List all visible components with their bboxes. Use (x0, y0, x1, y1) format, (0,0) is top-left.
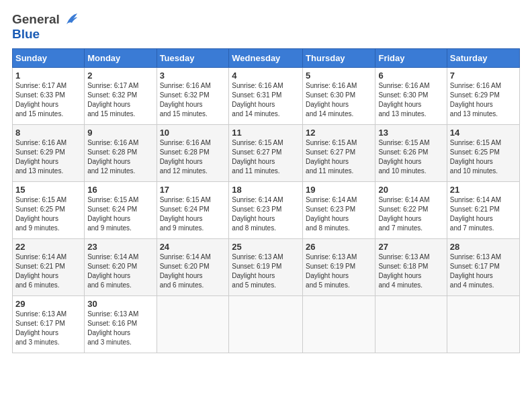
day-info: Sunrise: 6:14 AM Sunset: 6:23 PM Dayligh… (232, 195, 300, 233)
day-number: 10 (160, 128, 226, 138)
calendar-week-row: 15 Sunrise: 6:15 AM Sunset: 6:25 PM Dayl… (13, 182, 520, 239)
header-saturday: Saturday (447, 49, 519, 68)
header-thursday: Thursday (303, 49, 375, 68)
table-row: 2 Sunrise: 6:17 AM Sunset: 6:32 PM Dayli… (85, 68, 157, 125)
table-row: 19 Sunrise: 6:14 AM Sunset: 6:23 PM Dayl… (303, 182, 375, 239)
logo-bird-icon (61, 12, 79, 27)
day-number: 15 (15, 185, 81, 195)
table-row (157, 296, 229, 353)
day-info: Sunrise: 6:14 AM Sunset: 6:21 PM Dayligh… (15, 253, 81, 290)
day-info: Sunrise: 6:15 AM Sunset: 6:27 PM Dayligh… (306, 138, 372, 176)
day-info: Sunrise: 6:13 AM Sunset: 6:17 PM Dayligh… (15, 310, 81, 347)
table-row: 13 Sunrise: 6:15 AM Sunset: 6:26 PM Dayl… (375, 125, 447, 182)
table-row: 21 Sunrise: 6:14 AM Sunset: 6:21 PM Dayl… (447, 182, 519, 239)
logo: General Blue (12, 12, 79, 42)
table-row: 28 Sunrise: 6:13 AM Sunset: 6:17 PM Dayl… (447, 239, 519, 296)
day-info: Sunrise: 6:16 AM Sunset: 6:28 PM Dayligh… (160, 138, 226, 176)
day-number: 24 (160, 242, 226, 252)
day-info: Sunrise: 6:16 AM Sunset: 6:32 PM Dayligh… (160, 81, 226, 119)
day-info: Sunrise: 6:16 AM Sunset: 6:29 PM Dayligh… (15, 138, 81, 176)
day-number: 17 (160, 185, 226, 195)
day-number: 3 (160, 71, 226, 81)
logo-blue: Blue (12, 27, 40, 41)
table-row: 18 Sunrise: 6:14 AM Sunset: 6:23 PM Dayl… (229, 182, 303, 239)
table-row: 26 Sunrise: 6:13 AM Sunset: 6:19 PM Dayl… (303, 239, 375, 296)
table-row: 23 Sunrise: 6:14 AM Sunset: 6:20 PM Dayl… (85, 239, 157, 296)
table-row: 12 Sunrise: 6:15 AM Sunset: 6:27 PM Dayl… (303, 125, 375, 182)
day-info: Sunrise: 6:13 AM Sunset: 6:17 PM Dayligh… (450, 253, 517, 290)
day-info: Sunrise: 6:15 AM Sunset: 6:25 PM Dayligh… (15, 195, 81, 233)
table-row: 20 Sunrise: 6:14 AM Sunset: 6:22 PM Dayl… (375, 182, 447, 239)
day-info: Sunrise: 6:15 AM Sunset: 6:25 PM Dayligh… (450, 138, 517, 176)
day-number: 11 (232, 128, 300, 138)
header-friday: Friday (375, 49, 447, 68)
day-info: Sunrise: 6:13 AM Sunset: 6:16 PM Dayligh… (87, 310, 153, 347)
day-info: Sunrise: 6:14 AM Sunset: 6:23 PM Dayligh… (306, 195, 372, 233)
day-info: Sunrise: 6:15 AM Sunset: 6:24 PM Dayligh… (160, 195, 226, 233)
table-row: 24 Sunrise: 6:14 AM Sunset: 6:20 PM Dayl… (157, 239, 229, 296)
day-number: 20 (378, 185, 443, 195)
day-number: 4 (232, 71, 300, 81)
day-number: 8 (15, 128, 81, 138)
weekday-header-row: Sunday Monday Tuesday Wednesday Thursday… (13, 49, 520, 68)
day-number: 9 (87, 128, 153, 138)
table-row (447, 296, 519, 353)
calendar-week-row: 8 Sunrise: 6:16 AM Sunset: 6:29 PM Dayli… (13, 125, 520, 182)
day-info: Sunrise: 6:13 AM Sunset: 6:18 PM Dayligh… (378, 253, 443, 290)
day-number: 1 (15, 71, 81, 81)
day-info: Sunrise: 6:16 AM Sunset: 6:29 PM Dayligh… (450, 81, 517, 119)
table-row: 3 Sunrise: 6:16 AM Sunset: 6:32 PM Dayli… (157, 68, 229, 125)
table-row: 14 Sunrise: 6:15 AM Sunset: 6:25 PM Dayl… (447, 125, 519, 182)
table-row (229, 296, 303, 353)
header-monday: Monday (85, 49, 157, 68)
day-info: Sunrise: 6:14 AM Sunset: 6:20 PM Dayligh… (160, 253, 226, 290)
logo-general: General (12, 12, 60, 27)
table-row: 29 Sunrise: 6:13 AM Sunset: 6:17 PM Dayl… (13, 296, 85, 353)
day-number: 29 (15, 299, 81, 309)
day-number: 13 (378, 128, 443, 138)
table-row: 6 Sunrise: 6:16 AM Sunset: 6:30 PM Dayli… (375, 68, 447, 125)
table-row: 4 Sunrise: 6:16 AM Sunset: 6:31 PM Dayli… (229, 68, 303, 125)
header-wednesday: Wednesday (229, 49, 303, 68)
day-info: Sunrise: 6:17 AM Sunset: 6:33 PM Dayligh… (15, 81, 81, 119)
day-info: Sunrise: 6:14 AM Sunset: 6:22 PM Dayligh… (378, 195, 443, 233)
day-number: 19 (306, 185, 372, 195)
table-row: 25 Sunrise: 6:13 AM Sunset: 6:19 PM Dayl… (229, 239, 303, 296)
calendar-week-row: 29 Sunrise: 6:13 AM Sunset: 6:17 PM Dayl… (13, 296, 520, 353)
page: General Blue Sunday Monday Tuesday Wedne… (0, 0, 532, 411)
day-info: Sunrise: 6:14 AM Sunset: 6:20 PM Dayligh… (87, 253, 153, 290)
day-number: 21 (450, 185, 517, 195)
table-row: 11 Sunrise: 6:15 AM Sunset: 6:27 PM Dayl… (229, 125, 303, 182)
header: General Blue (12, 12, 520, 42)
day-number: 12 (306, 128, 372, 138)
day-number: 30 (87, 299, 153, 309)
table-row: 27 Sunrise: 6:13 AM Sunset: 6:18 PM Dayl… (375, 239, 447, 296)
day-info: Sunrise: 6:13 AM Sunset: 6:19 PM Dayligh… (232, 253, 300, 290)
day-info: Sunrise: 6:16 AM Sunset: 6:31 PM Dayligh… (232, 81, 300, 119)
day-number: 26 (306, 242, 372, 252)
table-row: 9 Sunrise: 6:16 AM Sunset: 6:28 PM Dayli… (85, 125, 157, 182)
table-row: 22 Sunrise: 6:14 AM Sunset: 6:21 PM Dayl… (13, 239, 85, 296)
day-number: 22 (15, 242, 81, 252)
table-row: 1 Sunrise: 6:17 AM Sunset: 6:33 PM Dayli… (13, 68, 85, 125)
day-number: 7 (450, 71, 517, 81)
day-number: 18 (232, 185, 300, 195)
table-row (375, 296, 447, 353)
day-info: Sunrise: 6:13 AM Sunset: 6:19 PM Dayligh… (306, 253, 372, 290)
day-info: Sunrise: 6:15 AM Sunset: 6:24 PM Dayligh… (87, 195, 153, 233)
day-number: 28 (450, 242, 517, 252)
day-number: 25 (232, 242, 300, 252)
table-row: 16 Sunrise: 6:15 AM Sunset: 6:24 PM Dayl… (85, 182, 157, 239)
calendar-table: Sunday Monday Tuesday Wednesday Thursday… (12, 48, 520, 353)
calendar-week-row: 1 Sunrise: 6:17 AM Sunset: 6:33 PM Dayli… (13, 68, 520, 125)
table-row: 17 Sunrise: 6:15 AM Sunset: 6:24 PM Dayl… (157, 182, 229, 239)
day-number: 16 (87, 185, 153, 195)
day-number: 27 (378, 242, 443, 252)
table-row: 30 Sunrise: 6:13 AM Sunset: 6:16 PM Dayl… (85, 296, 157, 353)
table-row: 8 Sunrise: 6:16 AM Sunset: 6:29 PM Dayli… (13, 125, 85, 182)
calendar-week-row: 22 Sunrise: 6:14 AM Sunset: 6:21 PM Dayl… (13, 239, 520, 296)
table-row: 15 Sunrise: 6:15 AM Sunset: 6:25 PM Dayl… (13, 182, 85, 239)
day-number: 2 (87, 71, 153, 81)
day-info: Sunrise: 6:16 AM Sunset: 6:28 PM Dayligh… (87, 138, 153, 176)
header-tuesday: Tuesday (157, 49, 229, 68)
